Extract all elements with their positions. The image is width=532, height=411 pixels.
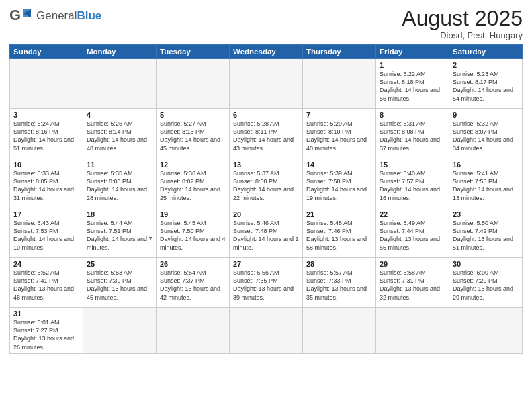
day-info: Sunrise: 5:43 AM Sunset: 7:53 PM Dayligh…: [13, 219, 79, 252]
calendar-cell: [10, 59, 83, 109]
calendar-cell: 27Sunrise: 5:56 AM Sunset: 7:35 PM Dayli…: [230, 258, 303, 308]
calendar-cell: 23Sunrise: 5:50 AM Sunset: 7:42 PM Dayli…: [449, 208, 523, 258]
day-number: 9: [453, 111, 519, 119]
day-number: 10: [13, 161, 79, 169]
day-number: 11: [87, 161, 152, 169]
calendar-cell: 19Sunrise: 5:45 AM Sunset: 7:50 PM Dayli…: [157, 208, 230, 258]
day-info: Sunrise: 5:33 AM Sunset: 8:05 PM Dayligh…: [13, 169, 79, 202]
day-number: 23: [453, 210, 519, 218]
calendar-cell: 15Sunrise: 5:40 AM Sunset: 7:57 PM Dayli…: [376, 158, 449, 208]
calendar-table: SundayMondayTuesdayWednesdayThursdayFrid…: [9, 44, 523, 354]
day-info: Sunrise: 5:36 AM Sunset: 8:02 PM Dayligh…: [160, 169, 226, 202]
calendar-week-row: 1Sunrise: 5:22 AM Sunset: 8:18 PM Daylig…: [10, 59, 523, 109]
day-number: 3: [13, 111, 79, 119]
calendar-cell: 11Sunrise: 5:35 AM Sunset: 8:03 PM Dayli…: [83, 158, 157, 208]
day-info: Sunrise: 5:45 AM Sunset: 7:50 PM Dayligh…: [160, 219, 226, 252]
calendar-cell: [83, 308, 157, 354]
day-number: 17: [13, 210, 79, 218]
weekday-header-tuesday: Tuesday: [157, 45, 230, 59]
day-number: 8: [380, 111, 445, 119]
calendar-cell: 20Sunrise: 5:46 AM Sunset: 7:48 PM Dayli…: [230, 208, 303, 258]
calendar-week-row: 17Sunrise: 5:43 AM Sunset: 7:53 PM Dayli…: [10, 208, 523, 258]
day-info: Sunrise: 5:28 AM Sunset: 8:11 PM Dayligh…: [233, 120, 299, 152]
logo: G GeneralBlue: [9, 7, 101, 26]
calendar-cell: 28Sunrise: 5:57 AM Sunset: 7:33 PM Dayli…: [303, 258, 376, 308]
calendar-cell: 4Sunrise: 5:26 AM Sunset: 8:14 PM Daylig…: [83, 109, 157, 158]
day-number: 1: [380, 61, 445, 69]
calendar-cell: 6Sunrise: 5:28 AM Sunset: 8:11 PM Daylig…: [230, 109, 303, 158]
day-info: Sunrise: 5:46 AM Sunset: 7:48 PM Dayligh…: [233, 219, 299, 252]
day-info: Sunrise: 5:35 AM Sunset: 8:03 PM Dayligh…: [87, 169, 152, 202]
calendar-cell: 1Sunrise: 5:22 AM Sunset: 8:18 PM Daylig…: [376, 59, 449, 109]
day-number: 5: [160, 111, 226, 119]
weekday-header-row: SundayMondayTuesdayWednesdayThursdayFrid…: [10, 45, 523, 59]
day-info: Sunrise: 5:29 AM Sunset: 8:10 PM Dayligh…: [306, 120, 372, 152]
day-number: 29: [380, 260, 445, 268]
day-number: 4: [87, 111, 152, 119]
day-number: 12: [160, 161, 226, 169]
day-info: Sunrise: 5:27 AM Sunset: 8:13 PM Dayligh…: [160, 120, 226, 152]
day-info: Sunrise: 5:22 AM Sunset: 8:18 PM Dayligh…: [380, 70, 445, 103]
calendar-week-row: 31Sunrise: 6:01 AM Sunset: 7:27 PM Dayli…: [10, 308, 523, 354]
calendar-cell: [303, 59, 376, 109]
month-title: August 2025: [402, 7, 523, 30]
day-number: 16: [453, 161, 519, 169]
day-number: 27: [233, 260, 299, 268]
day-info: Sunrise: 5:49 AM Sunset: 7:44 PM Dayligh…: [380, 219, 445, 252]
day-number: 18: [87, 210, 152, 218]
day-info: Sunrise: 6:00 AM Sunset: 7:29 PM Dayligh…: [453, 269, 519, 302]
calendar-cell: [230, 308, 303, 354]
day-info: Sunrise: 5:54 AM Sunset: 7:37 PM Dayligh…: [160, 269, 226, 302]
calendar-cell: 26Sunrise: 5:54 AM Sunset: 7:37 PM Dayli…: [157, 258, 230, 308]
day-number: 24: [13, 260, 79, 268]
svg-text:G: G: [9, 7, 21, 24]
logo-text: GeneralBlue: [36, 9, 101, 23]
day-info: Sunrise: 5:37 AM Sunset: 8:00 PM Dayligh…: [233, 169, 299, 202]
day-number: 7: [306, 111, 372, 119]
day-info: Sunrise: 5:23 AM Sunset: 8:17 PM Dayligh…: [453, 70, 519, 103]
calendar-cell: [449, 308, 523, 354]
calendar-cell: 13Sunrise: 5:37 AM Sunset: 8:00 PM Dayli…: [230, 158, 303, 208]
calendar-cell: [157, 308, 230, 354]
calendar-cell: [303, 308, 376, 354]
day-info: Sunrise: 6:01 AM Sunset: 7:27 PM Dayligh…: [13, 318, 79, 351]
calendar-cell: 7Sunrise: 5:29 AM Sunset: 8:10 PM Daylig…: [303, 109, 376, 158]
calendar-cell: 8Sunrise: 5:31 AM Sunset: 8:08 PM Daylig…: [376, 109, 449, 158]
day-info: Sunrise: 5:56 AM Sunset: 7:35 PM Dayligh…: [233, 269, 299, 302]
calendar-cell: 9Sunrise: 5:32 AM Sunset: 8:07 PM Daylig…: [449, 109, 523, 158]
calendar-cell: 29Sunrise: 5:58 AM Sunset: 7:31 PM Dayli…: [376, 258, 449, 308]
day-info: Sunrise: 5:40 AM Sunset: 7:57 PM Dayligh…: [380, 169, 445, 202]
weekday-header-wednesday: Wednesday: [230, 45, 303, 59]
calendar-cell: [157, 59, 230, 109]
weekday-header-friday: Friday: [376, 45, 449, 59]
calendar-cell: 12Sunrise: 5:36 AM Sunset: 8:02 PM Dayli…: [157, 158, 230, 208]
day-info: Sunrise: 5:32 AM Sunset: 8:07 PM Dayligh…: [453, 120, 519, 152]
day-number: 25: [87, 260, 152, 268]
day-info: Sunrise: 5:48 AM Sunset: 7:46 PM Dayligh…: [306, 219, 372, 252]
calendar-cell: 10Sunrise: 5:33 AM Sunset: 8:05 PM Dayli…: [10, 158, 83, 208]
day-info: Sunrise: 5:58 AM Sunset: 7:31 PM Dayligh…: [380, 269, 445, 302]
calendar-cell: 5Sunrise: 5:27 AM Sunset: 8:13 PM Daylig…: [157, 109, 230, 158]
day-number: 14: [306, 161, 372, 169]
day-number: 28: [306, 260, 372, 268]
calendar-week-row: 3Sunrise: 5:24 AM Sunset: 8:16 PM Daylig…: [10, 109, 523, 158]
weekday-header-monday: Monday: [83, 45, 157, 59]
day-info: Sunrise: 5:26 AM Sunset: 8:14 PM Dayligh…: [87, 120, 152, 152]
day-number: 20: [233, 210, 299, 218]
calendar-cell: 14Sunrise: 5:39 AM Sunset: 7:58 PM Dayli…: [303, 158, 376, 208]
calendar-cell: 17Sunrise: 5:43 AM Sunset: 7:53 PM Dayli…: [10, 208, 83, 258]
calendar-cell: 21Sunrise: 5:48 AM Sunset: 7:46 PM Dayli…: [303, 208, 376, 258]
logo-icon: G: [9, 7, 34, 26]
page-header: G GeneralBlue August 2025 Diosd, Pest, H…: [9, 7, 523, 40]
calendar-cell: 30Sunrise: 6:00 AM Sunset: 7:29 PM Dayli…: [449, 258, 523, 308]
title-block: August 2025 Diosd, Pest, Hungary: [402, 7, 523, 40]
calendar-cell: 3Sunrise: 5:24 AM Sunset: 8:16 PM Daylig…: [10, 109, 83, 158]
calendar-cell: [376, 308, 449, 354]
day-number: 15: [380, 161, 445, 169]
weekday-header-saturday: Saturday: [449, 45, 523, 59]
day-number: 2: [453, 61, 519, 69]
day-number: 30: [453, 260, 519, 268]
day-info: Sunrise: 5:53 AM Sunset: 7:39 PM Dayligh…: [87, 269, 152, 302]
day-info: Sunrise: 5:50 AM Sunset: 7:42 PM Dayligh…: [453, 219, 519, 252]
weekday-header-thursday: Thursday: [303, 45, 376, 59]
